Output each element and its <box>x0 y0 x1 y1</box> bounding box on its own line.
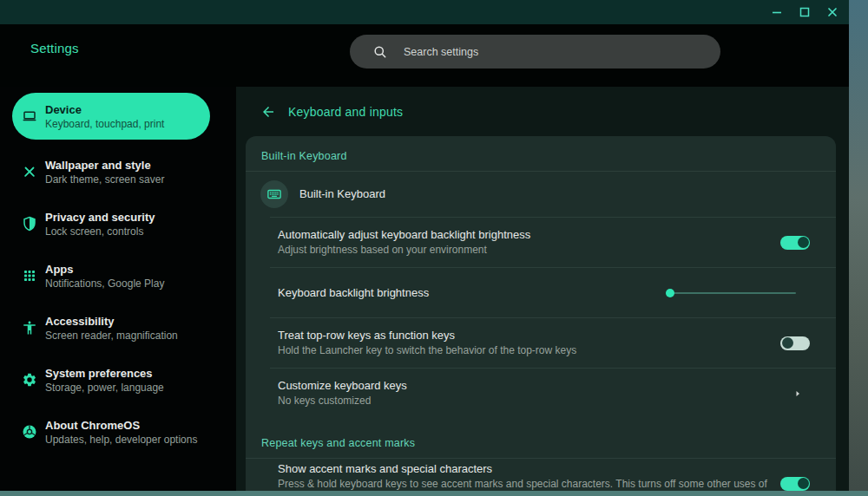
backlight-brightness-row: Keyboard backlight brightness <box>246 268 836 317</box>
chromeos-icon <box>22 424 37 440</box>
customize-keys-row[interactable]: Customize keyboard keys No keys customiz… <box>246 369 836 418</box>
sidebar-item-subtitle: Keyboard, touchpad, print <box>45 117 164 131</box>
section-header-built-in-keyboard: Built-in Keyboard <box>246 136 836 171</box>
sidebar-item-title: Privacy and security <box>45 210 155 225</box>
minimize-icon[interactable] <box>770 6 783 19</box>
built-in-keyboard-label: Built-in Keyboard <box>299 186 385 202</box>
sidebar-item-title: System preferences <box>45 366 164 381</box>
row-title: Automatically adjust keyboard backlight … <box>278 227 770 243</box>
row-subtitle: Press & hold keyboard keys to see accent… <box>278 477 770 492</box>
auto-backlight-toggle[interactable] <box>780 236 810 250</box>
section-header-repeat-keys: Repeat keys and accent marks <box>246 418 836 458</box>
accent-marks-row[interactable]: Show accent marks and special characters… <box>246 459 836 491</box>
row-title: Treat top-row keys as function keys <box>278 328 770 343</box>
back-arrow-icon[interactable] <box>260 104 276 120</box>
row-title: Keyboard backlight brightness <box>278 285 655 301</box>
shield-icon <box>22 216 37 232</box>
chevron-right-icon <box>792 388 803 399</box>
row-title: Show accent marks and special characters <box>278 461 770 477</box>
sidebar-item-accessibility[interactable]: Accessibility Screen reader, magnificati… <box>0 302 236 354</box>
sidebar-item-subtitle: Notifications, Google Play <box>45 277 164 290</box>
row-subtitle: Adjust brightness based on your environm… <box>278 243 770 258</box>
page-header: Keyboard and inputs <box>246 87 849 136</box>
slider-thumb[interactable] <box>666 289 674 297</box>
slider-track[interactable] <box>666 292 796 294</box>
page-title: Keyboard and inputs <box>288 105 403 119</box>
function-keys-row[interactable]: Treat top-row keys as function keys Hold… <box>246 318 836 368</box>
function-keys-toggle[interactable] <box>780 336 810 350</box>
laptop-icon <box>22 108 37 124</box>
close-icon[interactable] <box>825 6 838 19</box>
sidebar-item-system-preferences[interactable]: System preferences Storage, power, langu… <box>0 354 236 406</box>
sidebar-item-privacy[interactable]: Privacy and security Lock screen, contro… <box>0 198 236 250</box>
search-input[interactable] <box>404 46 664 58</box>
sidebar-item-subtitle: Screen reader, magnification <box>45 329 178 343</box>
accessibility-icon <box>22 320 37 336</box>
search-icon <box>372 44 388 60</box>
toggle-knob <box>798 237 809 248</box>
shelf-edge-strip <box>0 491 868 496</box>
row-subtitle: Hold the Launcher key to switch the beha… <box>278 343 770 358</box>
brush-icon <box>22 164 37 179</box>
sidebar-item-apps[interactable]: Apps Notifications, Google Play <box>0 250 236 302</box>
main-content: Keyboard and inputs Built-in Keyboard Bu… <box>236 87 849 491</box>
sidebar-item-subtitle: Updates, help, developer options <box>45 433 197 447</box>
gear-icon <box>22 372 37 388</box>
sidebar-item-title: About ChromeOS <box>45 418 197 433</box>
keyboard-icon <box>260 180 288 208</box>
sidebar-item-title: Wallpaper and style <box>45 158 164 173</box>
sidebar-item-wallpaper[interactable]: Wallpaper and style Dark theme, screen s… <box>0 146 236 198</box>
auto-backlight-row[interactable]: Automatically adjust keyboard backlight … <box>246 218 836 267</box>
row-title: Customize keyboard keys <box>278 378 782 394</box>
sidebar-item-title: Apps <box>45 262 164 277</box>
row-subtitle: No keys customized <box>278 394 782 408</box>
sidebar-item-title: Device <box>45 102 164 117</box>
settings-window: Settings Device Keyboard, touchpad, prin… <box>0 0 849 491</box>
accent-marks-toggle[interactable] <box>780 477 810 491</box>
sidebar-item-device[interactable]: Device Keyboard, touchpad, print <box>12 93 210 140</box>
sidebar: Device Keyboard, touchpad, print Wallpap… <box>0 87 236 491</box>
sidebar-item-subtitle: Storage, power, language <box>45 381 164 395</box>
sidebar-item-subtitle: Lock screen, controls <box>45 225 155 238</box>
toggle-knob <box>782 337 793 349</box>
toggle-knob <box>798 478 809 489</box>
sidebar-item-about-chromeos[interactable]: About ChromeOS Updates, help, developer … <box>0 406 236 458</box>
built-in-keyboard-row[interactable]: Built-in Keyboard <box>246 172 836 217</box>
maximize-icon[interactable] <box>798 6 811 19</box>
app-title: Settings <box>30 41 79 55</box>
sidebar-item-title: Accessibility <box>45 314 178 329</box>
search-bar[interactable] <box>350 35 720 69</box>
brightness-slider[interactable] <box>666 287 796 299</box>
settings-card: Built-in Keyboard Built-in Keyboard Auto… <box>246 136 836 491</box>
window-titlebar <box>0 0 849 24</box>
sidebar-item-subtitle: Dark theme, screen saver <box>45 173 164 186</box>
app-header: Settings <box>0 24 849 87</box>
apps-grid-icon <box>22 268 37 284</box>
